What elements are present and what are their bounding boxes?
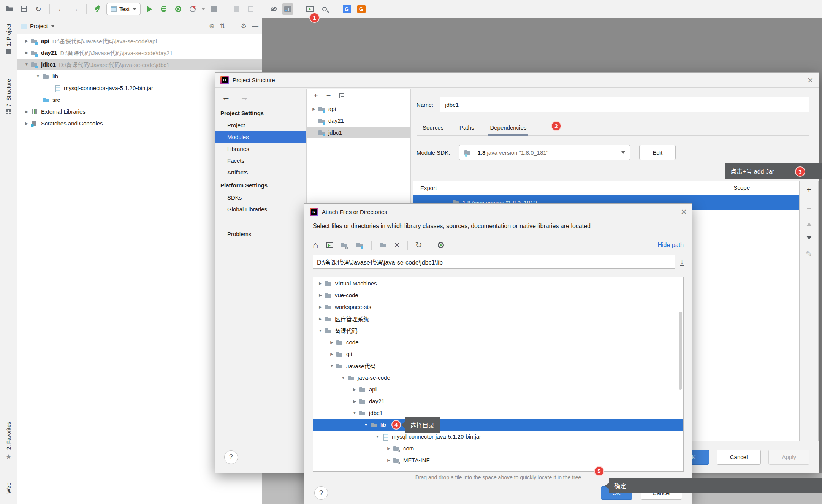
sidebar-item-libraries[interactable]: Libraries [215, 143, 306, 155]
sidebar-item-project[interactable]: Project [215, 119, 306, 131]
back-icon[interactable]: ← [55, 3, 67, 15]
collapse-path-icon[interactable]: ↓ [680, 258, 684, 266]
run-button[interactable] [144, 3, 155, 15]
project-structure-button[interactable] [282, 3, 293, 15]
tree-item-git[interactable]: ▶git [313, 348, 683, 360]
expand-arrow-icon[interactable]: ▶ [22, 39, 31, 43]
close-icon[interactable]: × [681, 207, 687, 217]
add-module-icon[interactable]: + [314, 91, 318, 100]
expand-arrow-icon[interactable]: ▶ [22, 109, 31, 114]
tree-item-jdbc1[interactable]: jdbc1 [307, 127, 410, 138]
gear-icon[interactable]: ⚙ [241, 22, 247, 30]
profiler-button[interactable] [187, 3, 198, 15]
tree-item-医疗管理系统[interactable]: ▶医疗管理系统 [313, 313, 683, 325]
tree-item-javase代码[interactable]: ▼Javase代码 [313, 360, 683, 372]
tree-item-java-se-code[interactable]: ▼java-se-code [313, 372, 683, 384]
ps-back-icon[interactable]: ← [222, 92, 230, 102]
sidebar-item-artifacts[interactable]: Artifacts [215, 166, 306, 178]
settings-wrench-button[interactable] [268, 3, 279, 15]
tree-item-api[interactable]: ▶api [307, 103, 410, 115]
ps-help-button[interactable]: ? [224, 450, 238, 464]
collapse-arrow-icon[interactable]: ▼ [350, 411, 359, 415]
tree-item-virtual-machines[interactable]: ▶Virtual Machines [313, 277, 683, 289]
collapse-arrow-icon[interactable]: ▼ [373, 434, 382, 439]
tree-item-day21[interactable]: day21 [307, 115, 410, 127]
expand-arrow-icon[interactable]: ▶ [310, 107, 318, 111]
tree-item-vue-code[interactable]: ▶vue-code [313, 289, 683, 301]
close-icon[interactable]: × [808, 75, 813, 85]
tree-item-day21[interactable]: ▶day21 [313, 395, 683, 407]
expand-arrow-icon[interactable]: ▶ [316, 293, 325, 297]
expand-arrow-icon[interactable]: ▶ [316, 281, 325, 285]
collapse-arrow-icon[interactable]: ▼ [34, 74, 42, 78]
structure-tool-button[interactable]: 7: Structure [0, 79, 17, 114]
expand-arrow-icon[interactable]: ▶ [22, 121, 31, 125]
ps-cancel-button[interactable]: Cancel [717, 450, 761, 465]
hide-panel-icon[interactable]: — [252, 22, 258, 30]
collapse-arrow-icon[interactable]: ▼ [328, 364, 336, 368]
sidebar-item-sdks[interactable]: SDKs [215, 192, 306, 203]
expand-arrow-icon[interactable]: ▶ [328, 340, 336, 344]
debug-button[interactable] [158, 3, 169, 15]
tree-item-code[interactable]: ▶code [313, 336, 683, 348]
expand-arrow-icon[interactable]: ▶ [316, 305, 325, 309]
desktop-directory-icon[interactable] [326, 242, 333, 248]
tree-item-mysql-connector-java-5-1-20-bin-jar[interactable]: ▼mysql-connector-java-5.1.20-bin.jar [313, 431, 683, 442]
tab-dependencies[interactable]: Dependencies [490, 124, 526, 131]
show-hidden-icon[interactable] [438, 242, 444, 248]
sidebar-item-modules[interactable]: Modules [215, 131, 306, 143]
project-view-dropdown[interactable]: Project [21, 23, 55, 29]
tab-paths[interactable]: Paths [459, 124, 474, 131]
open-icon[interactable] [4, 3, 15, 15]
expand-arrow-icon[interactable]: ▶ [385, 446, 393, 450]
tree-item-com[interactable]: ▶com [313, 442, 683, 454]
stop-button[interactable] [208, 3, 220, 15]
collapse-all-icon[interactable]: ⇅ [220, 22, 225, 30]
translate-orange-button[interactable]: G [356, 3, 367, 15]
build-icon[interactable] [92, 3, 103, 15]
collapse-arrow-icon[interactable]: ▼ [22, 62, 31, 67]
hide-path-link[interactable]: Hide path [658, 242, 684, 249]
expand-arrow-icon[interactable]: ▶ [350, 399, 359, 403]
forward-icon[interactable]: → [70, 3, 81, 15]
sidebar-item-global-libraries[interactable]: Global Libraries [215, 203, 306, 215]
tree-item-day21[interactable]: ▶day21D:\备课代码\Javase代码\java-se-code\day2… [17, 47, 262, 59]
project-tool-button[interactable]: 1: Project [0, 24, 17, 54]
delete-icon[interactable]: × [394, 240, 400, 250]
collapse-arrow-icon[interactable]: ▼ [362, 423, 370, 427]
expand-arrow-icon[interactable]: ▶ [350, 387, 359, 391]
tree-item-jdbc1[interactable]: ▼jdbc1D:\备课代码\Javase代码\java-se-code\jdbc… [17, 59, 262, 70]
remove-module-icon[interactable]: − [326, 91, 331, 100]
scrollbar-thumb[interactable] [679, 312, 682, 390]
path-input[interactable]: D:\备课代码\Javase代码\java-se-code\jdbc1\lib [313, 255, 675, 269]
module-directory-icon[interactable] [341, 242, 348, 248]
web-tool-button[interactable]: Web [0, 483, 17, 494]
add-dependency-icon[interactable]: + [807, 185, 811, 194]
save-icon[interactable] [18, 3, 30, 15]
tree-item-备课代码[interactable]: ▼备课代码 [313, 325, 683, 336]
tree-item-workspace-sts[interactable]: ▶workspace-sts [313, 301, 683, 313]
project-directory-icon[interactable] [356, 242, 364, 248]
new-folder-icon[interactable] [379, 242, 387, 248]
run-configuration-select[interactable]: Test [106, 3, 141, 15]
collapse-arrow-icon[interactable]: ▼ [339, 376, 347, 380]
expand-arrow-icon[interactable]: ▶ [385, 458, 393, 462]
home-directory-icon[interactable]: ⌂ [313, 240, 318, 250]
copy-module-icon[interactable] [339, 93, 344, 98]
translate-blue-button[interactable]: G [341, 3, 353, 15]
refresh-icon[interactable]: ↻ [415, 240, 422, 250]
attach-help-button[interactable]: ? [314, 486, 328, 500]
sidebar-item-problems[interactable]: Problems [215, 228, 306, 240]
expand-arrow-icon[interactable]: ▶ [22, 51, 31, 55]
module-name-input[interactable]: jdbc1 [440, 97, 809, 112]
collapse-arrow-icon[interactable]: ▼ [316, 328, 325, 333]
tab-sources[interactable]: Sources [423, 124, 443, 131]
expand-arrow-icon[interactable]: ▶ [328, 352, 336, 356]
sidebar-item-facets[interactable]: Facets [215, 155, 306, 166]
module-sdk-select[interactable]: 1.8 java version "1.8.0_181" [459, 145, 630, 160]
tree-item-api[interactable]: ▶api [313, 384, 683, 395]
edit-sdk-button[interactable]: Edit [639, 145, 676, 160]
tree-item-jdbc1[interactable]: ▼jdbc1 [313, 407, 683, 419]
move-down-icon[interactable] [806, 236, 812, 239]
search-everywhere-button[interactable] [319, 3, 330, 15]
